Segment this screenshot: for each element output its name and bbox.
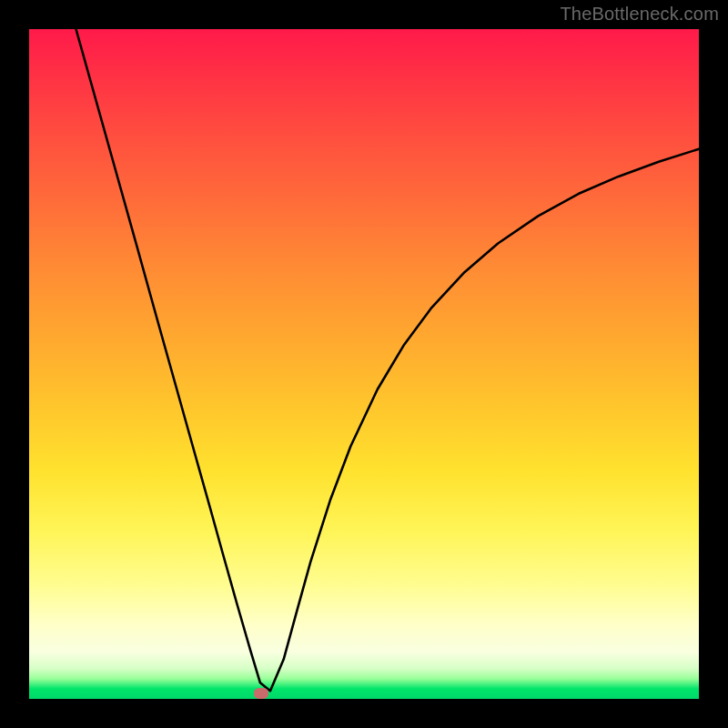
curve-min-marker: [254, 688, 268, 699]
plot-area: [29, 29, 699, 699]
curve-layer: [29, 29, 699, 699]
chart-frame: TheBottleneck.com: [0, 0, 728, 728]
watermark-text: TheBottleneck.com: [560, 4, 719, 25]
bottleneck-curve-path: [76, 29, 699, 691]
